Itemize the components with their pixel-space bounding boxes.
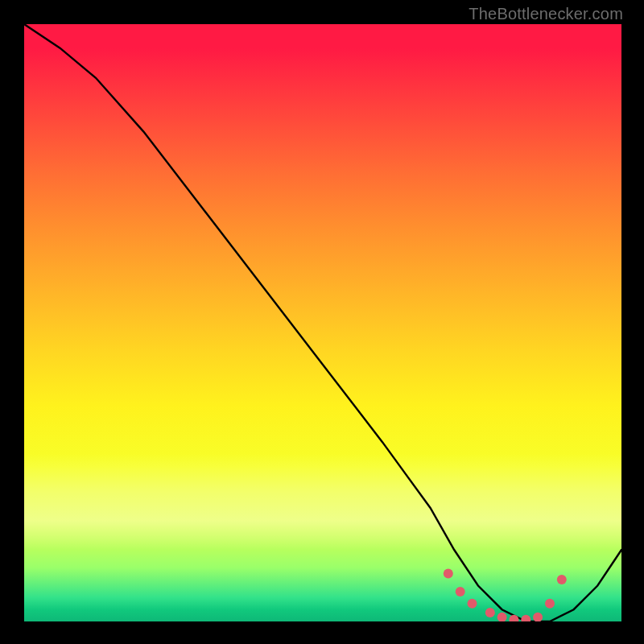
marker-dot xyxy=(468,599,477,609)
marker-dot xyxy=(485,608,495,617)
marker-dot xyxy=(557,575,567,584)
marker-dot xyxy=(533,613,543,621)
chart-stage: TheBottleneсker.com xyxy=(0,0,644,644)
marker-dot xyxy=(545,599,555,609)
marker-dot xyxy=(521,615,530,621)
plot-area xyxy=(24,24,621,621)
marker-dots xyxy=(444,569,567,621)
curve-layer xyxy=(24,24,621,621)
bottleneck-curve xyxy=(24,24,621,621)
marker-dot xyxy=(444,569,453,579)
marker-dot xyxy=(497,613,507,621)
watermark-text: TheBottleneсker.com xyxy=(469,5,623,23)
marker-dot xyxy=(456,587,465,597)
marker-dot xyxy=(509,615,518,621)
